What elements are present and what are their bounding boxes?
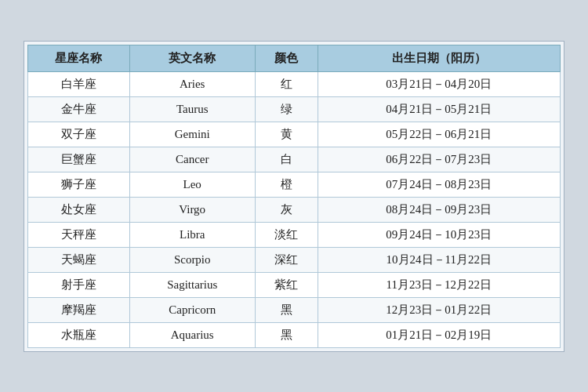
cell-english: Aquarius (129, 322, 255, 347)
table-row: 处女座Virgo灰08月24日－09月23日 (28, 197, 561, 222)
header-english: 英文名称 (129, 45, 255, 71)
table-row: 狮子座Leo橙07月24日－08月23日 (28, 172, 561, 197)
cell-chinese: 巨蟹座 (28, 147, 130, 172)
cell-date: 07月24日－08月23日 (318, 172, 560, 197)
header-chinese: 星座名称 (28, 45, 130, 71)
cell-color: 红 (255, 71, 318, 96)
cell-color: 灰 (255, 197, 318, 222)
cell-english: Sagittarius (129, 272, 255, 297)
cell-date: 05月22日－06月21日 (318, 122, 560, 147)
cell-chinese: 摩羯座 (28, 297, 130, 322)
cell-color: 白 (255, 147, 318, 172)
cell-english: Aries (129, 71, 255, 96)
table-row: 巨蟹座Cancer白06月22日－07月23日 (28, 147, 561, 172)
cell-date: 09月24日－10月23日 (318, 222, 560, 247)
table-row: 天蝎座Scorpio深红10月24日－11月22日 (28, 247, 561, 272)
cell-date: 04月21日－05月21日 (318, 96, 560, 122)
table-header-row: 星座名称 英文名称 颜色 出生日期（阳历） (28, 45, 561, 71)
cell-color: 淡红 (255, 222, 318, 247)
zodiac-table: 星座名称 英文名称 颜色 出生日期（阳历） 白羊座Aries红03月21日－04… (27, 45, 561, 348)
cell-color: 黑 (255, 297, 318, 322)
cell-english: Cancer (129, 147, 255, 172)
cell-chinese: 双子座 (28, 122, 130, 147)
cell-date: 03月21日－04月20日 (318, 71, 560, 96)
table-row: 双子座Gemini黄05月22日－06月21日 (28, 122, 561, 147)
header-date: 出生日期（阳历） (318, 45, 560, 71)
cell-date: 08月24日－09月23日 (318, 197, 560, 222)
cell-color: 紫红 (255, 272, 318, 297)
cell-date: 12月23日－01月22日 (318, 297, 560, 322)
table-row: 水瓶座Aquarius黑01月21日－02月19日 (28, 322, 561, 347)
cell-date: 10月24日－11月22日 (318, 247, 560, 272)
cell-chinese: 狮子座 (28, 172, 130, 197)
cell-color: 黑 (255, 322, 318, 347)
table-row: 摩羯座Capricorn黑12月23日－01月22日 (28, 297, 561, 322)
cell-english: Taurus (129, 96, 255, 122)
table-row: 金牛座Taurus绿04月21日－05月21日 (28, 96, 561, 122)
cell-chinese: 白羊座 (28, 71, 130, 96)
cell-english: Gemini (129, 122, 255, 147)
cell-chinese: 处女座 (28, 197, 130, 222)
cell-english: Virgo (129, 197, 255, 222)
cell-color: 绿 (255, 96, 318, 122)
cell-date: 01月21日－02月19日 (318, 322, 560, 347)
header-color: 颜色 (255, 45, 318, 71)
cell-color: 深红 (255, 247, 318, 272)
table-row: 射手座Sagittarius紫红11月23日－12月22日 (28, 272, 561, 297)
table-row: 天秤座Libra淡红09月24日－10月23日 (28, 222, 561, 247)
cell-english: Leo (129, 172, 255, 197)
cell-date: 06月22日－07月23日 (318, 147, 560, 172)
zodiac-table-container: 星座名称 英文名称 颜色 出生日期（阳历） 白羊座Aries红03月21日－04… (24, 41, 564, 352)
table-body: 白羊座Aries红03月21日－04月20日金牛座Taurus绿04月21日－0… (28, 71, 561, 347)
cell-english: Capricorn (129, 297, 255, 322)
cell-chinese: 天蝎座 (28, 247, 130, 272)
cell-chinese: 水瓶座 (28, 322, 130, 347)
cell-date: 11月23日－12月22日 (318, 272, 560, 297)
table-row: 白羊座Aries红03月21日－04月20日 (28, 71, 561, 96)
cell-chinese: 金牛座 (28, 96, 130, 122)
cell-chinese: 射手座 (28, 272, 130, 297)
cell-english: Libra (129, 222, 255, 247)
cell-color: 黄 (255, 122, 318, 147)
cell-color: 橙 (255, 172, 318, 197)
cell-english: Scorpio (129, 247, 255, 272)
cell-chinese: 天秤座 (28, 222, 130, 247)
